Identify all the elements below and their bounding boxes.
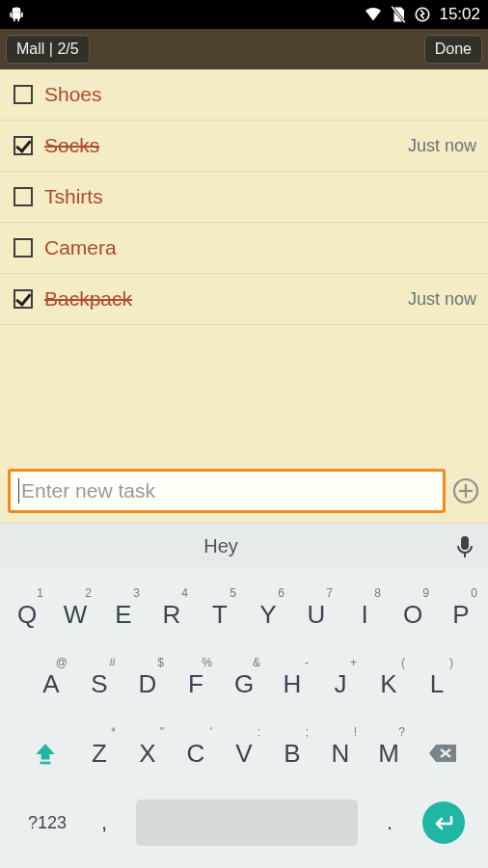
app-header: Mall | 2/5 Done — [0, 29, 488, 69]
svg-rect-4 — [13, 13, 21, 19]
key-z[interactable]: Z* — [78, 723, 121, 783]
task-label: Socks — [44, 134, 99, 157]
task-label: Tshirts — [44, 185, 103, 208]
key-a[interactable]: A@ — [30, 654, 72, 714]
task-row[interactable]: SocksJust now — [0, 121, 488, 172]
key-j[interactable]: J+ — [319, 654, 362, 714]
key-l[interactable]: L) — [416, 654, 458, 714]
key-k[interactable]: K( — [367, 654, 410, 714]
svg-rect-7 — [14, 18, 15, 22]
keyboard: Q1W2E3R4T5Y6U7I8O9P0 A@S#D$F%G&H-J+K(L) … — [0, 569, 488, 868]
svg-rect-6 — [21, 13, 23, 17]
add-task-button[interactable] — [449, 475, 482, 507]
task-row[interactable]: Shoes — [0, 69, 488, 121]
svg-rect-5 — [10, 13, 12, 17]
key-f[interactable]: F% — [175, 654, 217, 714]
status-bar: 15:02 — [0, 0, 488, 29]
new-task-input[interactable]: Enter new task — [8, 469, 446, 513]
backspace-key[interactable] — [416, 723, 470, 783]
comma-key[interactable]: , — [83, 793, 125, 853]
task-label: Shoes — [44, 83, 102, 106]
task-time: Just now — [408, 289, 476, 310]
enter-key[interactable] — [417, 793, 471, 853]
key-d[interactable]: D$ — [126, 654, 169, 714]
task-row[interactable]: BackpackJust now — [0, 274, 488, 325]
key-g[interactable]: G& — [223, 654, 265, 714]
suggestion-bar: Hey — [0, 523, 488, 569]
task-label: Backpack — [44, 287, 132, 311]
mic-button[interactable] — [442, 535, 488, 558]
content-area: ShoesSocksJust nowTshirtsCameraBackpackJ… — [0, 69, 488, 523]
task-time: Just now — [408, 136, 476, 156]
key-w[interactable]: W2 — [54, 584, 96, 644]
space-key[interactable] — [136, 800, 358, 846]
key-q[interactable]: Q1 — [6, 584, 48, 644]
symbols-key[interactable]: ?123 — [17, 793, 77, 853]
list-title-button[interactable]: Mall | 2/5 — [6, 35, 90, 64]
key-p[interactable]: P0 — [440, 584, 482, 644]
task-checkbox[interactable] — [14, 187, 33, 206]
task-label: Camera — [44, 236, 117, 259]
android-icon — [8, 6, 25, 23]
key-v[interactable]: V: — [223, 723, 265, 783]
svg-rect-15 — [461, 536, 469, 550]
task-list: ShoesSocksJust nowTshirtsCameraBackpackJ… — [0, 69, 488, 461]
key-h[interactable]: H- — [271, 654, 313, 714]
suggestion-text[interactable]: Hey — [0, 535, 442, 557]
wifi-icon — [364, 7, 383, 22]
key-b[interactable]: B; — [271, 723, 313, 783]
task-checkbox[interactable] — [14, 85, 33, 104]
key-x[interactable]: X" — [126, 723, 169, 783]
task-checkbox[interactable] — [14, 289, 33, 309]
key-r[interactable]: R4 — [150, 584, 193, 644]
status-time: 15:02 — [439, 5, 480, 24]
done-button[interactable]: Done — [424, 35, 482, 64]
key-i[interactable]: I8 — [343, 584, 386, 644]
key-n[interactable]: N! — [319, 723, 362, 783]
key-s[interactable]: S# — [78, 654, 121, 714]
key-y[interactable]: Y6 — [247, 584, 289, 644]
key-t[interactable]: T5 — [199, 584, 241, 644]
key-c[interactable]: C' — [175, 723, 217, 783]
no-sim-icon — [391, 6, 406, 23]
task-row[interactable]: Camera — [0, 223, 488, 274]
task-row[interactable]: Tshirts — [0, 172, 488, 223]
key-o[interactable]: O9 — [392, 584, 434, 644]
period-key[interactable]: . — [368, 793, 411, 853]
key-m[interactable]: M? — [367, 723, 410, 783]
entry-row: Enter new task — [0, 461, 488, 523]
task-checkbox[interactable] — [14, 136, 33, 155]
svg-rect-17 — [41, 762, 51, 765]
task-checkbox[interactable] — [14, 238, 33, 258]
key-e[interactable]: E3 — [102, 584, 145, 644]
new-task-placeholder: Enter new task — [21, 479, 155, 502]
power-icon — [414, 6, 431, 23]
svg-rect-8 — [17, 18, 19, 22]
key-u[interactable]: U7 — [295, 584, 338, 644]
shift-key[interactable] — [18, 723, 72, 783]
